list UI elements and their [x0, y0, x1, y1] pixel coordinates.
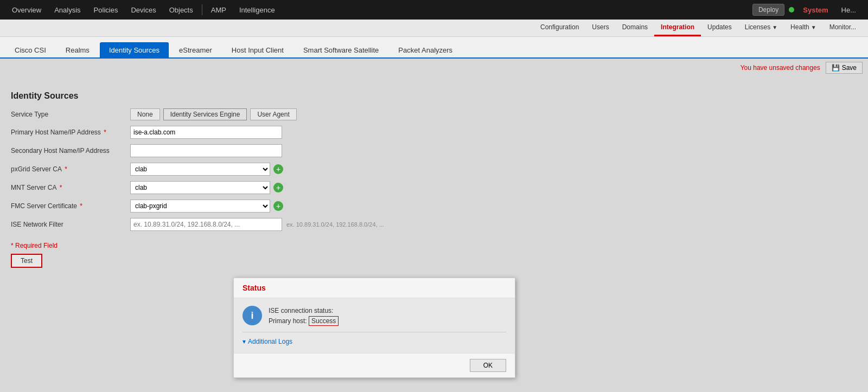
- tab-smart-software-satellite[interactable]: Smart Software Satellite: [294, 42, 388, 57]
- tab-host-input-client[interactable]: Host Input Client: [222, 42, 293, 57]
- mnt-label: MNT Server CA *: [11, 184, 130, 191]
- service-type-label: Service Type: [11, 111, 130, 118]
- ok-button[interactable]: OK: [470, 359, 506, 372]
- status-green-dot: [789, 7, 794, 12]
- primary-host-row: Primary Host Name/IP Address *: [11, 126, 857, 139]
- status-dialog-title: Status: [234, 278, 515, 298]
- top-nav-right: Deploy System He...: [752, 4, 863, 16]
- mnt-select-wrap: clab +: [130, 181, 283, 194]
- tab-cisco-csi[interactable]: Cisco CSI: [5, 42, 55, 57]
- chevron-down-icon: ▾: [242, 338, 246, 345]
- nav-integration[interactable]: Integration: [654, 20, 701, 36]
- nav-objects[interactable]: Objects: [163, 0, 200, 20]
- service-btn-none[interactable]: None: [130, 108, 160, 120]
- top-nav-bar: Overview Analysis Policies Devices Objec…: [0, 0, 868, 20]
- tab-packet-analyzers[interactable]: Packet Analyzers: [389, 42, 462, 57]
- nav-separator: [202, 4, 202, 15]
- ise-filter-input[interactable]: [130, 218, 282, 231]
- tab-identity-sources[interactable]: Identity Sources: [100, 42, 169, 57]
- fmc-select[interactable]: clab-pxgrid: [130, 200, 270, 213]
- fmc-label: FMC Server Certificate *: [11, 202, 130, 210]
- connection-line2: Primary host: Success: [269, 316, 339, 326]
- pxgrid-select-wrap: clab +: [130, 163, 283, 176]
- nav-health[interactable]: Health ▼: [784, 20, 823, 36]
- pxgrid-row: pxGrid Server CA * clab +: [11, 163, 857, 176]
- status-message: ISE connection status: Primary host: Suc…: [269, 306, 339, 326]
- service-btn-ise[interactable]: Identity Services Engine: [163, 108, 247, 120]
- fmc-required: *: [78, 202, 82, 210]
- nav-system[interactable]: System: [796, 6, 834, 14]
- test-button[interactable]: Test: [11, 254, 42, 268]
- secondary-host-input[interactable]: [130, 144, 282, 157]
- nav-users[interactable]: Users: [585, 20, 615, 36]
- secondary-host-row: Secondary Host Name/IP Address: [11, 144, 857, 157]
- mnt-select[interactable]: clab: [130, 181, 270, 194]
- fmc-select-wrap: clab-pxgrid +: [130, 200, 283, 213]
- save-disk-icon: 💾: [832, 64, 840, 72]
- ise-filter-placeholder: ex. 10.89.31.0/24, 192.168.8.0/24, ...: [286, 221, 384, 228]
- nav-help[interactable]: He...: [835, 6, 863, 14]
- pxgrid-select[interactable]: clab: [130, 163, 270, 176]
- unsaved-message: You have unsaved changes: [741, 64, 820, 72]
- info-icon: i: [242, 306, 262, 325]
- fmc-add-icon[interactable]: +: [273, 201, 283, 211]
- connection-line1: ISE connection status:: [269, 306, 339, 316]
- required-note: * Required Field: [11, 242, 58, 249]
- nav-intelligence[interactable]: Intelligence: [233, 0, 282, 20]
- nav-monitor[interactable]: Monitor...: [823, 20, 863, 36]
- service-type-buttons: None Identity Services Engine User Agent: [130, 108, 297, 120]
- additional-logs-toggle[interactable]: ▾ Additional Logs: [242, 338, 506, 345]
- service-type-row: Service Type None Identity Services Engi…: [11, 108, 857, 120]
- status-dialog-body: i ISE connection status: Primary host: S…: [234, 298, 515, 353]
- status-content-row: i ISE connection status: Primary host: S…: [242, 306, 506, 326]
- pxgrid-add-icon[interactable]: +: [273, 164, 283, 174]
- second-nav-bar: Configuration Users Domains Integration …: [0, 20, 868, 37]
- deploy-button[interactable]: Deploy: [752, 4, 784, 16]
- status-dialog-footer: OK: [234, 353, 515, 377]
- primary-host-label: Primary Host Name/IP Address *: [11, 128, 130, 136]
- mnt-row: MNT Server CA * clab +: [11, 181, 857, 194]
- mnt-required: *: [58, 184, 62, 191]
- nav-policies[interactable]: Policies: [87, 0, 125, 20]
- save-button[interactable]: 💾 Save: [826, 62, 863, 74]
- licenses-dropdown-icon: ▼: [772, 24, 777, 30]
- primary-host-required: *: [102, 128, 106, 136]
- pxgrid-required: *: [63, 165, 67, 173]
- nav-amp[interactable]: AMP: [205, 0, 233, 20]
- nav-licenses[interactable]: Licenses ▼: [738, 20, 784, 36]
- service-btn-user-agent[interactable]: User Agent: [250, 108, 296, 120]
- test-button-wrap: Test: [11, 254, 857, 268]
- pxgrid-label: pxGrid Server CA *: [11, 165, 130, 173]
- primary-host-input[interactable]: [130, 126, 282, 139]
- success-text: Success: [309, 316, 339, 326]
- nav-devices[interactable]: Devices: [124, 0, 162, 20]
- ise-filter-row: ISE Network Filter ex. 10.89.31.0/24, 19…: [11, 218, 857, 231]
- tab-bar: Cisco CSI Realms Identity Sources eStrea…: [0, 37, 868, 59]
- unsaved-bar: You have unsaved changes 💾 Save: [0, 59, 868, 77]
- page-title: Identity Sources: [11, 91, 857, 101]
- tab-estreamer[interactable]: eStreamer: [170, 42, 221, 57]
- nav-domains[interactable]: Domains: [616, 20, 654, 36]
- nav-overview[interactable]: Overview: [5, 0, 48, 20]
- status-dialog: Status i ISE connection status: Primary …: [233, 278, 515, 378]
- nav-updates[interactable]: Updates: [701, 20, 738, 36]
- tab-realms[interactable]: Realms: [56, 42, 99, 57]
- nav-configuration[interactable]: Configuration: [534, 20, 585, 36]
- required-field-row: * Required Field: [11, 242, 857, 249]
- nav-analysis[interactable]: Analysis: [48, 0, 87, 20]
- secondary-host-label: Secondary Host Name/IP Address: [11, 147, 130, 155]
- main-content: Identity Sources Service Type None Ident…: [0, 77, 868, 392]
- ise-filter-label: ISE Network Filter: [11, 221, 130, 228]
- mnt-add-icon[interactable]: +: [273, 183, 283, 192]
- fmc-row: FMC Server Certificate * clab-pxgrid +: [11, 200, 857, 213]
- health-dropdown-icon: ▼: [811, 24, 816, 30]
